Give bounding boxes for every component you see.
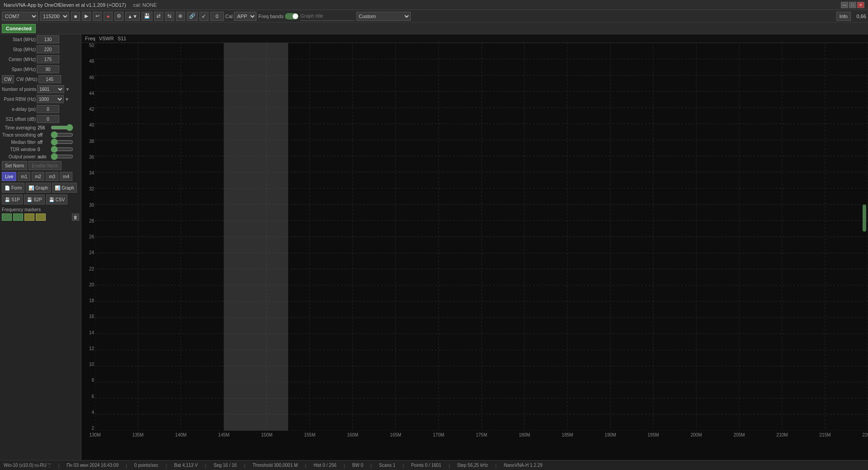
status-bw: BW 0 xyxy=(352,463,363,468)
crosshair-button[interactable]: ⊕ xyxy=(176,12,185,21)
cw-button[interactable]: CW xyxy=(2,75,14,83)
trace-smooth-slider[interactable] xyxy=(51,132,73,138)
x-axis-label: 140M xyxy=(175,432,186,437)
points-select[interactable]: 1601 xyxy=(37,85,64,93)
freq-markers-row: 🗑 xyxy=(2,214,79,221)
stop-input[interactable] xyxy=(37,45,59,53)
rbw-label: Point RBW (Hz) xyxy=(2,97,36,102)
swap-button[interactable]: ⇄ xyxy=(154,12,163,21)
median-filter-slider[interactable] xyxy=(51,139,73,145)
info-button[interactable]: Info xyxy=(836,12,851,21)
y-axis-label: 22 xyxy=(82,266,94,271)
export-row: 💾 S1P 💾 S2P 💾 CSV xyxy=(0,194,81,205)
x-axis-label: 160M xyxy=(347,432,358,437)
status-hist: Hist 0 / 256 xyxy=(313,463,337,468)
set-norm-button[interactable]: Set Norm xyxy=(2,161,27,170)
freq-marker-3[interactable] xyxy=(24,214,34,221)
s21-input[interactable] xyxy=(37,115,59,123)
median-filter-value: off xyxy=(38,140,49,145)
port-select[interactable]: COM7 xyxy=(2,12,38,21)
minimize-button[interactable]: — xyxy=(841,2,848,8)
form-label: Form xyxy=(11,185,22,190)
x-axis: 130M135M140M145M150M155M160M165M170M175M… xyxy=(95,431,868,444)
freq-marker-delete-button[interactable]: 🗑 xyxy=(72,214,79,221)
cw-mhz-input[interactable] xyxy=(38,75,61,83)
grid-svg xyxy=(95,43,868,431)
export-button[interactable]: ↙ xyxy=(199,12,209,21)
s2p-button[interactable]: 💾 S2P xyxy=(24,195,45,204)
norm-row: Set Norm Enable Norm xyxy=(0,160,81,171)
maximize-button[interactable]: □ xyxy=(849,2,856,8)
x-axis-label: 190M xyxy=(605,432,616,437)
tdr-window-slider[interactable] xyxy=(51,147,73,152)
edelay-input[interactable] xyxy=(37,105,59,113)
form-button[interactable]: 📄 Form xyxy=(2,183,24,193)
rbw-select[interactable]: 1000 xyxy=(37,95,64,103)
m2-button[interactable]: m2 xyxy=(32,172,44,181)
enable-norm-button[interactable]: Enable Norm xyxy=(28,161,61,170)
y-axis-label: 40 xyxy=(82,123,94,128)
cal-input[interactable] xyxy=(210,12,224,21)
span-input[interactable] xyxy=(37,65,59,73)
y-axis-label: 26 xyxy=(82,234,94,239)
main-toolbar: COM7 115200 ■ ▶ ↩ ● ⚙ ▲▼ 💾 ⇄ ⇆ ⊕ 🔗 ↙ Cal… xyxy=(0,10,868,23)
y-axis-label: 4 xyxy=(82,410,94,415)
close-button[interactable]: ✕ xyxy=(857,2,864,8)
s2p-label: S2P xyxy=(33,197,42,202)
app-select[interactable]: APP xyxy=(234,12,256,21)
m1-button[interactable]: m1 xyxy=(18,172,30,181)
graph-col-s11: S11 xyxy=(118,36,127,41)
freq-marker-1[interactable] xyxy=(2,214,12,221)
graph-header: Freq VSWR S11 xyxy=(81,34,868,43)
time-avg-row: Time averaging 256 xyxy=(0,124,81,131)
time-avg-slider[interactable] xyxy=(51,125,73,130)
titlebar-cal: cal: NONE xyxy=(133,2,157,8)
y-axis-label: 34 xyxy=(82,171,94,176)
graph-area: Freq VSWR S11 50484644424038363432302826… xyxy=(81,34,868,460)
s1p-button[interactable]: 💾 S1P xyxy=(2,195,23,204)
cal-label: Cal xyxy=(225,14,233,19)
graph2-button[interactable]: 📊 Graph xyxy=(52,183,77,193)
x-axis-label: 155M xyxy=(304,432,315,437)
link-button[interactable]: 🔗 xyxy=(187,12,198,21)
graph-title-input[interactable] xyxy=(300,12,355,21)
live-button[interactable]: Live xyxy=(2,172,16,181)
freq-bands-switch[interactable] xyxy=(285,13,299,19)
x-axis-label: 210M xyxy=(777,432,788,437)
save-button[interactable]: 💾 xyxy=(142,12,152,21)
freq-marker-4[interactable] xyxy=(36,214,46,221)
y-axis-label: 12 xyxy=(82,346,94,351)
scroll-indicator[interactable] xyxy=(863,204,866,232)
y-axis-label: 42 xyxy=(82,107,94,112)
connected-button[interactable]: Connected xyxy=(2,24,36,33)
freq-marker-2[interactable] xyxy=(13,214,23,221)
graph1-button[interactable]: 📊 Graph xyxy=(26,183,51,193)
baud-select[interactable]: 115200 xyxy=(40,12,69,21)
time-avg-value: 256 xyxy=(38,125,49,130)
up-down-button[interactable]: ▲▼ xyxy=(125,12,140,21)
cal-box: Cal APP xyxy=(210,12,257,21)
csv-button[interactable]: 💾 CSV xyxy=(46,195,68,204)
output-power-value: auto xyxy=(38,154,49,159)
x-axis-label: 185M xyxy=(562,432,573,437)
stop-button[interactable]: ■ xyxy=(71,12,80,21)
preset-select[interactable]: Custom xyxy=(356,12,411,21)
graph-canvas[interactable]: 5048464442403836343230282624222018161412… xyxy=(81,43,868,444)
center-input[interactable] xyxy=(37,55,59,63)
m4-button[interactable]: m4 xyxy=(60,172,72,181)
x-axis-label: 205M xyxy=(734,432,745,437)
output-power-slider[interactable] xyxy=(51,154,73,159)
rewind-button[interactable]: ↩ xyxy=(93,12,102,21)
start-input[interactable] xyxy=(37,35,59,43)
record-button[interactable]: ● xyxy=(104,12,113,21)
y-axis-label: 16 xyxy=(82,314,94,319)
y-axis-label: 30 xyxy=(82,203,94,208)
swap2-button[interactable]: ⇆ xyxy=(165,12,174,21)
settings-button[interactable]: ⚙ xyxy=(114,12,123,21)
titlebar: NanoVNA-App by OneOfEleven et al v1.1.20… xyxy=(0,0,868,10)
m3-button[interactable]: m3 xyxy=(46,172,58,181)
y-axis-label: 20 xyxy=(82,282,94,287)
csv-label: CSV xyxy=(56,197,65,202)
tdr-window-value: 0 xyxy=(38,147,49,152)
play-button[interactable]: ▶ xyxy=(82,12,91,21)
